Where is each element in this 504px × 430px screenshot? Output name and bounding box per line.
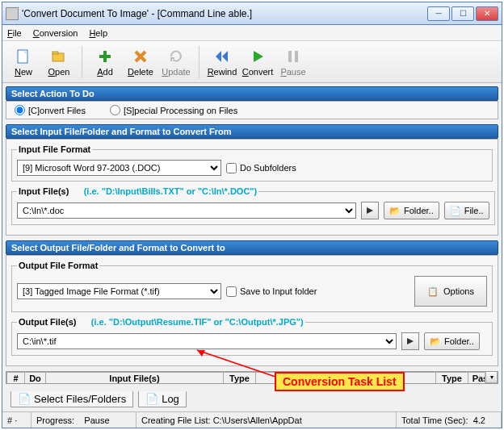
save-to-input-checkbox[interactable]: Save to Input folder	[226, 286, 317, 297]
folder-icon: 📂	[389, 206, 401, 216]
input-section-header: Select Input File/Folder and Format to C…	[6, 124, 498, 139]
scroll-down-button[interactable]: ▾	[485, 371, 498, 383]
svg-rect-4	[295, 51, 298, 62]
output-format-select[interactable]: [3] Tagged Image File Format (*.tif)	[17, 283, 221, 299]
pause-button: Pause	[275, 44, 311, 81]
options-button[interactable]: 📋Options	[414, 276, 487, 307]
update-icon	[167, 48, 185, 65]
open-icon	[50, 48, 68, 65]
play-icon	[249, 48, 267, 65]
output-files-combo[interactable]: C:\in\*.tif	[17, 333, 397, 349]
input-play-button[interactable]	[361, 202, 379, 219]
tab-log[interactable]: 📄Log	[138, 391, 187, 407]
menubar: File Conversion Help	[2, 25, 502, 41]
svg-rect-2	[52, 52, 58, 54]
input-folder-button[interactable]: 📂Folder..	[384, 202, 439, 219]
output-files-label: Output File(s)	[19, 317, 77, 327]
pause-icon	[284, 48, 302, 65]
output-section-header: Select Output File/Folder and Format to …	[6, 240, 498, 255]
input-file-button[interactable]: 📄File..	[444, 202, 489, 219]
file-select-icon: 📄	[18, 393, 31, 405]
delete-button[interactable]: Delete	[123, 44, 158, 81]
statusbar: # · Progress: Pause Creating File List: …	[2, 411, 502, 428]
file-icon: 📄	[450, 206, 461, 216]
update-button: Update	[158, 44, 194, 81]
titlebar: 'Convert Document To Image' - [Command L…	[2, 2, 502, 25]
app-icon	[6, 7, 19, 20]
options-icon: 📋	[427, 286, 439, 297]
maximize-button[interactable]: ☐	[452, 6, 474, 21]
convert-button[interactable]: Convert	[240, 44, 275, 81]
toolbar: New Open Add Delete Update Rewind Conver…	[2, 41, 502, 83]
table-header[interactable]: Type	[224, 373, 256, 385]
close-button[interactable]: ✕	[476, 6, 498, 21]
new-icon	[15, 48, 32, 65]
minimize-button[interactable]: ─	[427, 6, 450, 21]
plus-icon	[96, 48, 114, 65]
action-header: Select Action To Do	[6, 86, 498, 101]
radio-convert-files[interactable]: [C]onvert Files	[15, 105, 86, 115]
output-files-hint: (i.e. "D:\Output\Resume.TIF" or "C:\Outp…	[91, 317, 304, 327]
input-files-label: Input File(s)	[19, 186, 69, 196]
tab-select-files[interactable]: 📄Select Files/Folders	[10, 391, 133, 407]
table-scrollbar[interactable]: ▴ ▾	[485, 372, 498, 383]
menu-file[interactable]: File	[7, 28, 22, 38]
radio-special-processing[interactable]: [S]pecial Processing on Files	[110, 105, 237, 115]
output-play-button[interactable]	[401, 332, 419, 350]
menu-conversion[interactable]: Conversion	[33, 28, 78, 38]
action-radio-group: [C]onvert Files [S]pecial Processing on …	[6, 101, 498, 119]
task-table[interactable]: #DoInput File(s)TypeOutput File(s)TypePa…	[6, 371, 498, 384]
output-format-label: Output File Format	[17, 261, 99, 270]
delete-icon	[132, 48, 149, 65]
table-header[interactable]: Do	[25, 373, 46, 385]
status-creating: Creating File List: C:\Users\Allen\AppDa…	[136, 412, 397, 428]
input-files-combo[interactable]: C:\In\*.doc	[17, 202, 356, 219]
svg-rect-3	[288, 51, 292, 62]
input-format-label: Input File Format	[17, 144, 92, 154]
add-button[interactable]: Add	[87, 44, 123, 81]
annotation-label: Conversion Task List	[275, 372, 405, 391]
do-subfolders-checkbox[interactable]: Do Subfolders	[226, 163, 296, 173]
folder-icon: 📂	[430, 336, 441, 347]
window-title: 'Convert Document To Image' - [Command L…	[22, 8, 427, 19]
output-folder-button[interactable]: 📂Folder..	[424, 332, 480, 350]
table-header[interactable]: Type	[436, 373, 468, 385]
input-format-select[interactable]: [9] Microsoft Word 97-2003 (.DOC)	[17, 160, 221, 176]
new-button[interactable]: New	[6, 44, 41, 81]
log-icon: 📄	[145, 393, 158, 405]
open-button[interactable]: Open	[41, 44, 77, 81]
menu-help[interactable]: Help	[89, 28, 107, 38]
table-header[interactable]: Input File(s)	[46, 373, 224, 385]
input-files-hint: (i.e. "D:\Input\Bills.TXT" or "C:\In\*.D…	[84, 186, 258, 196]
rewind-icon	[213, 48, 231, 65]
rewind-button[interactable]: Rewind	[204, 44, 240, 81]
table-header[interactable]: #	[7, 373, 25, 385]
